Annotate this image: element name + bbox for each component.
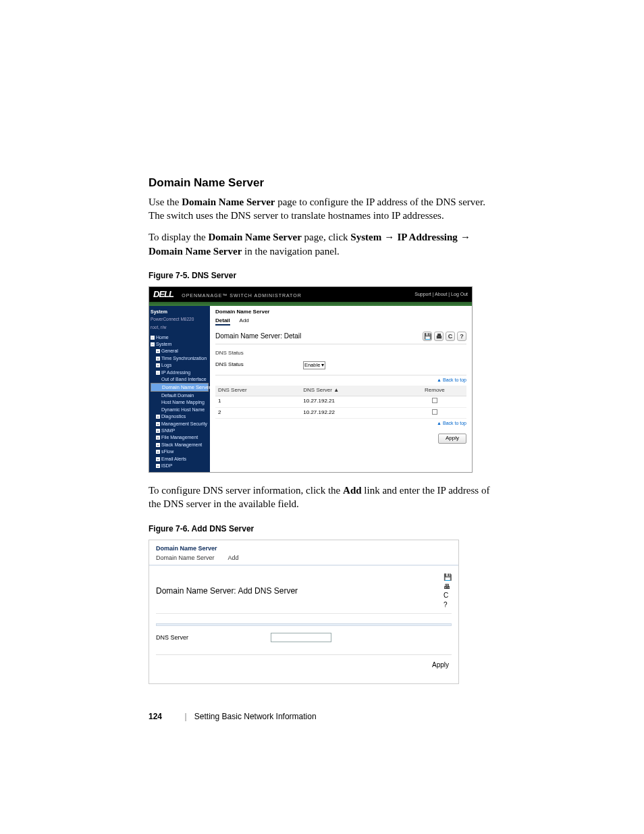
tree-toggle-icon[interactable]: + — [156, 457, 160, 461]
tree-toggle-icon[interactable]: + — [156, 436, 160, 440]
nav-item-label: Email Alerts — [161, 457, 186, 461]
tree-toggle-icon[interactable]: + — [156, 349, 160, 353]
nav-item[interactable]: –IP Addressing — [151, 369, 209, 375]
dns-status-section-heading: DNS Status — [215, 350, 466, 357]
nav-item-label: IP Addressing — [161, 370, 190, 375]
print-icon[interactable]: 🖶 — [444, 582, 452, 592]
back-to-top-link[interactable]: ▲ Back to top — [215, 420, 466, 426]
tree-toggle-icon[interactable]: + — [156, 357, 160, 361]
nav-item-label: Management Security — [161, 421, 207, 426]
print-icon[interactable]: 🖶 — [434, 332, 444, 341]
tree-toggle-icon[interactable]: – — [151, 342, 155, 346]
app-topbar: DELL OPENMANAGE™ SWITCH ADMINISTRATOR Su… — [149, 287, 472, 302]
col-dns-server[interactable]: DNS Server ▲ — [300, 386, 403, 396]
tree-toggle-icon[interactable]: + — [156, 443, 160, 447]
cell-ip: 10.27.192.22 — [300, 407, 403, 419]
save-icon[interactable]: 💾 — [444, 573, 452, 582]
refresh-icon[interactable]: C — [444, 591, 452, 600]
tree-toggle-icon[interactable]: – — [151, 336, 155, 340]
text-bold: System — [350, 232, 381, 242]
tab-add[interactable]: Add — [228, 554, 239, 561]
nav-item[interactable]: +Management Security — [151, 420, 209, 427]
nav-item[interactable]: +Stack Management — [151, 441, 209, 448]
nav-item-label: General — [161, 348, 178, 353]
nav-item[interactable]: +General — [151, 348, 209, 355]
dns-server-field-label: DNS Server — [156, 633, 271, 642]
cell-index: 2 — [215, 407, 300, 419]
refresh-icon[interactable]: C — [446, 332, 455, 341]
back-to-top-link[interactable]: ▲ Back to top — [215, 377, 466, 383]
panel-title: Domain Name Server: Detail — [215, 332, 301, 341]
nav-item-label: Stack Management — [161, 442, 202, 447]
nav-item-label: Logs — [161, 363, 171, 367]
tree-toggle-icon[interactable]: + — [156, 450, 160, 454]
save-icon[interactable]: 💾 — [423, 332, 432, 341]
main-panel: Domain Name Server Detail Add Domain Nam… — [210, 306, 472, 472]
arrow-icon: → — [458, 231, 471, 242]
nav-item[interactable]: +Email Alerts — [151, 455, 209, 462]
nav-item[interactable]: –Home — [151, 334, 209, 340]
nav-item[interactable]: +Time Synchronization — [151, 355, 209, 361]
nav-item-label: ISDP — [161, 463, 172, 468]
nav-item[interactable]: +Logs — [151, 362, 209, 369]
toolbar-icons: 💾 🖶 C ? — [444, 573, 452, 609]
tree-toggle-icon[interactable]: – — [156, 371, 160, 375]
nav-item[interactable]: +sFlow — [151, 448, 209, 455]
help-icon[interactable]: ? — [457, 332, 466, 341]
col-remove: Remove — [403, 386, 466, 396]
text-bold: Domain Name Server — [209, 232, 302, 242]
text: page, click — [302, 232, 350, 242]
tree-toggle-icon[interactable]: + — [156, 464, 160, 468]
nav-item[interactable]: –System — [151, 341, 209, 348]
nav-item[interactable]: Host Name Mapping — [151, 399, 209, 406]
tree-toggle-icon[interactable]: + — [156, 415, 160, 419]
intro-paragraph: Use the Domain Name Server page to confi… — [149, 195, 495, 223]
cell-remove — [403, 407, 466, 419]
figure-7-6-screenshot: Domain Name Server Domain Name Server Ad… — [149, 540, 459, 684]
col-index[interactable]: DNS Server — [215, 386, 300, 396]
tab-domain-name-server[interactable]: Domain Name Server — [156, 554, 215, 561]
text-bold: Domain Name Server — [149, 246, 242, 257]
nav-tree: –Home–System+General+Time Synchronizatio… — [151, 334, 209, 469]
breadcrumb: Domain Name Server — [215, 309, 466, 316]
figure-7-6-caption: Figure 7-6. Add DNS Server — [149, 523, 495, 534]
text-bold: Add — [343, 485, 362, 496]
left-nav: System PowerConnect M8220 root, r/w –Hom… — [149, 306, 210, 472]
nav-item[interactable]: +File Management — [151, 434, 209, 441]
tab-add[interactable]: Add — [240, 317, 249, 323]
nav-item[interactable]: +Diagnostics — [151, 413, 209, 420]
help-icon[interactable]: ? — [444, 600, 452, 610]
dns-server-input[interactable] — [271, 633, 331, 642]
tree-toggle-icon[interactable]: + — [156, 429, 160, 433]
nav-item[interactable]: +ISDP — [151, 463, 209, 469]
apply-button[interactable]: Apply — [432, 661, 449, 669]
section-heading: Domain Name Server — [149, 176, 495, 191]
dell-logo: DELL — [153, 289, 173, 299]
dns-status-label: DNS Status — [215, 361, 303, 369]
top-links[interactable]: Support | About | Log Out — [414, 291, 468, 297]
nav-item-label: Diagnostics — [161, 414, 186, 419]
figure-7-5-caption: Figure 7-5. DNS Server — [149, 270, 495, 281]
nav-item[interactable]: Out of Band Interface — [151, 376, 209, 383]
remove-checkbox[interactable] — [432, 398, 437, 403]
nav-item[interactable]: +SNMP — [151, 427, 209, 434]
tree-toggle-icon[interactable]: + — [156, 363, 160, 367]
apply-button[interactable]: Apply — [438, 434, 466, 444]
remove-checkbox[interactable] — [432, 409, 437, 415]
navigation-paragraph: To display the Domain Name Server page, … — [149, 230, 495, 258]
text: in the navigation panel. — [242, 246, 340, 257]
nav-item[interactable]: Dynamic Host Name — [151, 406, 209, 413]
nav-item-label: sFlow — [161, 449, 173, 454]
text-bold: IP Addressing — [397, 232, 457, 242]
nav-item[interactable]: Default Domain — [151, 392, 209, 398]
nav-item-label: Domain Name Server — [162, 384, 210, 390]
tree-toggle-icon[interactable]: + — [156, 422, 160, 426]
text: To display the — [149, 232, 209, 242]
toolbar-icons: 💾 🖶 C ? — [423, 332, 466, 341]
section-divider — [156, 623, 452, 626]
dns-status-select[interactable]: Enable ▾ — [303, 361, 325, 369]
page-footer: 124 | Setting Basic Network Information — [149, 711, 495, 722]
tab-detail[interactable]: Detail — [215, 317, 230, 325]
nav-item-label: Host Name Mapping — [161, 400, 205, 405]
nav-item[interactable]: Domain Name Server — [151, 383, 209, 392]
